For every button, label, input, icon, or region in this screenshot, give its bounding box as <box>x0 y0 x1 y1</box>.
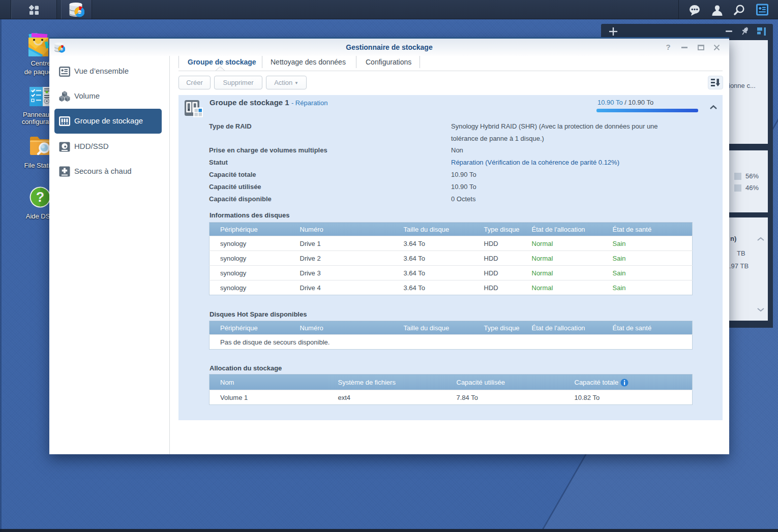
svg-text:?: ? <box>36 190 45 205</box>
